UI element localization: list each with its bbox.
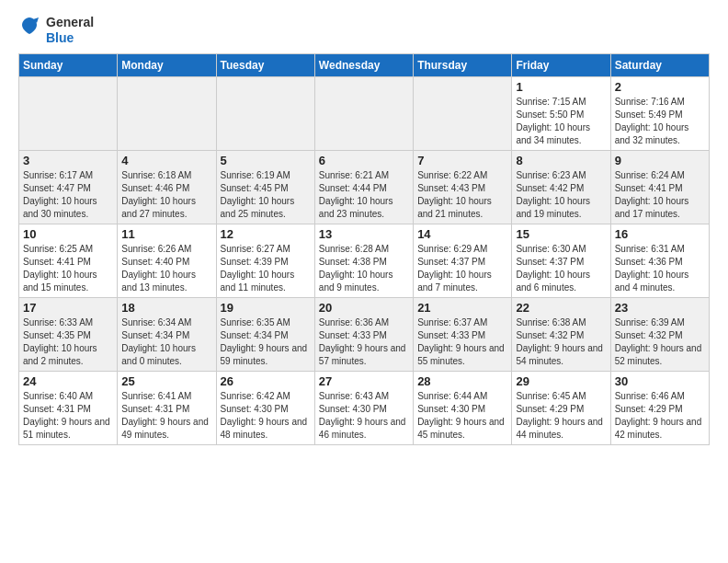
header-sunday: Sunday [19,53,118,76]
day-number: 12 [221,227,311,241]
day-info: Sunrise: 6:19 AM Sunset: 4:45 PM Dayligh… [221,169,311,221]
day-number: 20 [319,301,409,315]
day-info: Sunrise: 6:30 AM Sunset: 4:37 PM Dayligh… [516,243,606,294]
day-info: Sunrise: 6:36 AM Sunset: 4:33 PM Dayligh… [319,316,409,368]
day-number: 21 [417,301,507,315]
day-info: Sunrise: 6:38 AM Sunset: 4:32 PM Dayligh… [516,316,606,368]
day-number: 3 [23,154,113,167]
header-friday: Friday [512,53,610,76]
calendar-cell: 19Sunrise: 6:35 AM Sunset: 4:34 PM Dayli… [216,297,314,371]
calendar-cell: 11Sunrise: 6:26 AM Sunset: 4:40 PM Dayli… [118,224,216,297]
day-number: 19 [221,301,311,315]
day-number: 30 [615,374,705,388]
calendar-cell: 1Sunrise: 7:15 AM Sunset: 5:50 PM Daylig… [512,76,610,150]
day-info: Sunrise: 6:40 AM Sunset: 4:31 PM Dayligh… [23,390,113,442]
day-number: 13 [319,227,409,241]
day-number: 17 [23,301,113,315]
calendar-week-1: 1Sunrise: 7:15 AM Sunset: 5:50 PM Daylig… [19,76,710,150]
calendar-cell: 17Sunrise: 6:33 AM Sunset: 4:35 PM Dayli… [19,297,118,371]
calendar-header-row: SundayMondayTuesdayWednesdayThursdayFrid… [19,53,710,76]
calendar-cell [314,76,413,150]
day-info: Sunrise: 6:42 AM Sunset: 4:30 PM Dayligh… [221,390,311,442]
day-number: 18 [121,301,211,315]
day-info: Sunrise: 6:34 AM Sunset: 4:34 PM Dayligh… [121,316,211,368]
calendar-cell: 16Sunrise: 6:31 AM Sunset: 4:36 PM Dayli… [610,224,709,297]
day-info: Sunrise: 6:27 AM Sunset: 4:39 PM Dayligh… [221,243,311,294]
day-info: Sunrise: 6:29 AM Sunset: 4:37 PM Dayligh… [417,243,507,294]
day-info: Sunrise: 6:28 AM Sunset: 4:38 PM Dayligh… [319,243,409,294]
logo-bird-icon [18,16,40,41]
calendar-cell: 4Sunrise: 6:18 AM Sunset: 4:46 PM Daylig… [118,150,216,224]
calendar-cell: 29Sunrise: 6:45 AM Sunset: 4:29 PM Dayli… [512,371,610,444]
day-number: 23 [615,301,705,315]
calendar-cell: 5Sunrise: 6:19 AM Sunset: 4:45 PM Daylig… [216,150,314,224]
day-info: Sunrise: 6:37 AM Sunset: 4:33 PM Dayligh… [417,316,507,368]
day-info: Sunrise: 6:23 AM Sunset: 4:42 PM Dayligh… [516,169,606,221]
day-info: Sunrise: 6:35 AM Sunset: 4:34 PM Dayligh… [221,316,311,368]
day-info: Sunrise: 6:41 AM Sunset: 4:31 PM Dayligh… [121,390,211,442]
calendar-cell: 27Sunrise: 6:43 AM Sunset: 4:30 PM Dayli… [314,371,413,444]
day-info: Sunrise: 6:45 AM Sunset: 4:29 PM Dayligh… [516,390,606,442]
calendar-cell: 14Sunrise: 6:29 AM Sunset: 4:37 PM Dayli… [414,224,512,297]
day-info: Sunrise: 6:21 AM Sunset: 4:44 PM Dayligh… [319,169,409,221]
day-number: 27 [319,374,409,388]
calendar-week-3: 10Sunrise: 6:25 AM Sunset: 4:41 PM Dayli… [19,224,710,297]
day-number: 8 [516,154,606,167]
calendar-cell [118,76,216,150]
calendar-cell: 30Sunrise: 6:46 AM Sunset: 4:29 PM Dayli… [610,371,709,444]
calendar-cell: 18Sunrise: 6:34 AM Sunset: 4:34 PM Dayli… [118,297,216,371]
day-number: 26 [221,374,311,388]
day-number: 2 [615,80,705,94]
calendar-cell [414,76,512,150]
day-info: Sunrise: 6:33 AM Sunset: 4:35 PM Dayligh… [23,316,113,368]
calendar-cell: 22Sunrise: 6:38 AM Sunset: 4:32 PM Dayli… [512,297,610,371]
calendar-cell: 6Sunrise: 6:21 AM Sunset: 4:44 PM Daylig… [314,150,413,224]
calendar-cell: 15Sunrise: 6:30 AM Sunset: 4:37 PM Dayli… [512,224,610,297]
day-info: Sunrise: 6:43 AM Sunset: 4:30 PM Dayligh… [319,390,409,442]
day-number: 22 [516,301,606,315]
header-thursday: Thursday [414,53,512,76]
calendar-cell [19,76,118,150]
calendar-week-2: 3Sunrise: 6:17 AM Sunset: 4:47 PM Daylig… [19,150,710,224]
day-number: 15 [516,227,606,241]
day-info: Sunrise: 6:31 AM Sunset: 4:36 PM Dayligh… [615,243,705,294]
calendar-table: SundayMondayTuesdayWednesdayThursdayFrid… [18,53,710,445]
calendar-cell: 26Sunrise: 6:42 AM Sunset: 4:30 PM Dayli… [216,371,314,444]
day-info: Sunrise: 7:16 AM Sunset: 5:49 PM Dayligh… [615,96,705,147]
calendar-cell: 9Sunrise: 6:24 AM Sunset: 4:41 PM Daylig… [610,150,709,224]
calendar-cell: 7Sunrise: 6:22 AM Sunset: 4:43 PM Daylig… [414,150,512,224]
day-number: 10 [23,227,113,241]
logo-text-general: General [46,15,94,30]
calendar-cell: 20Sunrise: 6:36 AM Sunset: 4:33 PM Dayli… [314,297,413,371]
page-container: General Blue SundayMondayTuesdayWednesda… [0,0,728,454]
calendar-cell: 23Sunrise: 6:39 AM Sunset: 4:32 PM Dayli… [610,297,709,371]
day-number: 28 [417,374,507,388]
calendar-cell: 25Sunrise: 6:41 AM Sunset: 4:31 PM Dayli… [118,371,216,444]
day-number: 14 [417,227,507,241]
calendar-cell: 10Sunrise: 6:25 AM Sunset: 4:41 PM Dayli… [19,224,118,297]
day-number: 25 [121,374,211,388]
header-wednesday: Wednesday [314,53,413,76]
day-number: 5 [221,154,311,167]
day-number: 1 [516,80,606,94]
day-number: 29 [516,374,606,388]
day-info: Sunrise: 6:46 AM Sunset: 4:29 PM Dayligh… [615,390,705,442]
day-number: 11 [121,227,211,241]
logo-text-blue: Blue [46,30,94,46]
calendar-cell: 8Sunrise: 6:23 AM Sunset: 4:42 PM Daylig… [512,150,610,224]
day-info: Sunrise: 7:15 AM Sunset: 5:50 PM Dayligh… [516,96,606,147]
header-tuesday: Tuesday [216,53,314,76]
calendar-cell: 3Sunrise: 6:17 AM Sunset: 4:47 PM Daylig… [19,150,118,224]
day-number: 7 [417,154,507,167]
day-info: Sunrise: 6:17 AM Sunset: 4:47 PM Dayligh… [23,169,113,221]
day-info: Sunrise: 6:39 AM Sunset: 4:32 PM Dayligh… [615,316,705,368]
day-info: Sunrise: 6:18 AM Sunset: 4:46 PM Dayligh… [121,169,211,221]
day-info: Sunrise: 6:26 AM Sunset: 4:40 PM Dayligh… [121,243,211,294]
day-number: 4 [121,154,211,167]
calendar-cell: 12Sunrise: 6:27 AM Sunset: 4:39 PM Dayli… [216,224,314,297]
header-monday: Monday [118,53,216,76]
day-info: Sunrise: 6:24 AM Sunset: 4:41 PM Dayligh… [615,169,705,221]
logo: General Blue [18,15,94,46]
day-info: Sunrise: 6:22 AM Sunset: 4:43 PM Dayligh… [417,169,507,221]
header-saturday: Saturday [610,53,709,76]
